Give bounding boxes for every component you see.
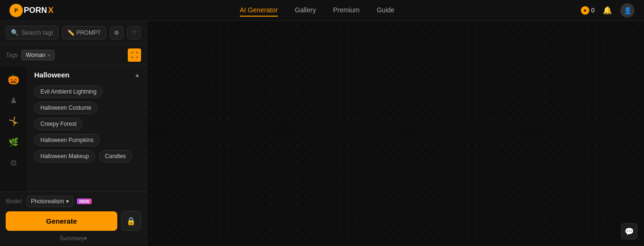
tag-halloween-costume[interactable]: Halloween Costume — [34, 102, 97, 114]
sidebar-icon-scene[interactable]: 🌿 — [4, 132, 23, 151]
search-icon: 🔍 — [11, 29, 19, 36]
model-value: Photorealism — [31, 198, 64, 205]
model-select[interactable]: Photorealism ▾ — [27, 196, 73, 207]
model-label: Model: — [6, 198, 23, 205]
prompt-icon: ✏️ — [67, 29, 75, 36]
lock-icon: 🔒 — [126, 217, 136, 226]
tag-evil-ambient-lightning[interactable]: Evil Ambient Lightning — [34, 85, 103, 98]
heart-icon: ♡ — [132, 29, 137, 36]
settings-icon: ⚙ — [10, 158, 17, 168]
tags-row: Tags Woman × ⛶ — [0, 45, 147, 66]
top-navigation: P PORNX AI Generator Gallery Premium Gui… — [0, 0, 644, 21]
sidebar-icon-pose[interactable]: 🤸 — [4, 112, 23, 131]
tag-candles[interactable]: Candles — [99, 150, 132, 162]
generate-button[interactable]: Generate — [6, 211, 117, 231]
tag-chip-woman: Woman × — [21, 50, 55, 60]
nav-gallery[interactable]: Gallery — [295, 4, 316, 17]
tag-chip-label: Woman — [26, 52, 45, 58]
prompt-label: PROMPT — [76, 29, 101, 36]
chat-icon: 💬 — [625, 227, 634, 236]
search-input[interactable] — [21, 29, 53, 36]
pose-icon: 🤸 — [9, 116, 19, 126]
bottom-bar: Model: Photorealism ▾ NEW Generate 🔒 Sum… — [0, 191, 147, 246]
sidebar-inner: 🎃 ♟ 🤸 🌿 ⚙ Halloween ▲ — [0, 66, 147, 191]
chevron-down-icon: ▾ — [66, 198, 69, 205]
coin-count: 0 — [591, 7, 595, 14]
tag-list-area: Halloween ▲ Evil Ambient Lightning Hallo… — [28, 66, 147, 191]
tags-label: Tags — [6, 52, 18, 58]
icon-strip: 🎃 ♟ 🤸 🌿 ⚙ — [0, 66, 28, 191]
summary-row: Summary▾ — [6, 231, 141, 242]
tag-remove-button[interactable]: × — [47, 52, 50, 58]
tag-items: Evil Ambient Lightning Halloween Costume… — [28, 84, 147, 168]
tag-creepy-forest[interactable]: Creepy Forest — [34, 118, 83, 130]
summary-button[interactable]: Summary▾ — [60, 235, 87, 242]
nav-premium[interactable]: Premium — [333, 4, 360, 17]
main-content — [147, 21, 644, 246]
prompt-button[interactable]: ✏️ PROMPT — [62, 26, 106, 39]
gear-icon: ⚙ — [114, 29, 119, 36]
chat-button[interactable]: 💬 — [621, 223, 637, 239]
sidebar-icon-settings[interactable]: ⚙ — [4, 153, 23, 172]
sidebar: 🔍 ✏️ PROMPT ⚙ ♡ Tags Woman × ⛶ — [0, 21, 147, 246]
main-layout: 🔍 ✏️ PROMPT ⚙ ♡ Tags Woman × ⛶ — [0, 21, 644, 246]
nav-guide[interactable]: Guide — [377, 4, 394, 17]
scene-icon: 🌿 — [9, 137, 19, 147]
nav-center: AI Generator Gallery Premium Guide — [53, 4, 580, 17]
chevron-up-icon: ▲ — [134, 72, 140, 78]
user-avatar[interactable]: 👤 — [620, 3, 635, 18]
generate-row: Generate 🔒 — [6, 211, 141, 231]
sidebar-icon-halloween[interactable]: 🎃 — [4, 70, 23, 89]
search-input-wrap[interactable]: 🔍 — [6, 26, 58, 39]
coin-icon: ● — [581, 6, 589, 15]
nav-ai-generator[interactable]: AI Generator — [240, 4, 278, 17]
tag-halloween-makeup[interactable]: Halloween Makeup — [34, 150, 95, 162]
person-icon: ♟ — [10, 95, 17, 105]
logo[interactable]: P PORNX — [9, 4, 53, 17]
model-row: Model: Photorealism ▾ NEW — [6, 196, 141, 207]
favorites-button[interactable]: ♡ — [127, 26, 141, 39]
tag-halloween-pumpkins[interactable]: Halloween Pumpkins — [34, 134, 100, 146]
pumpkin-icon: 🎃 — [8, 74, 19, 85]
logo-icon: P — [9, 4, 23, 17]
lock-button[interactable]: 🔒 — [121, 211, 141, 231]
coin-balance[interactable]: ● 0 — [581, 6, 595, 15]
nav-right: ● 0 🔔 👤 — [581, 3, 635, 18]
category-halloween-header[interactable]: Halloween ▲ — [28, 66, 147, 84]
expand-button[interactable]: ⛶ — [128, 48, 141, 62]
sidebar-icon-person[interactable]: ♟ — [4, 91, 23, 110]
logo-x: X — [48, 6, 53, 15]
search-bar: 🔍 ✏️ PROMPT ⚙ ♡ — [0, 21, 147, 45]
settings-button[interactable]: ⚙ — [110, 26, 123, 39]
category-title: Halloween — [34, 71, 69, 79]
new-badge: NEW — [77, 199, 92, 204]
notifications-icon[interactable]: 🔔 — [601, 4, 614, 17]
logo-text: PORN — [24, 6, 47, 15]
